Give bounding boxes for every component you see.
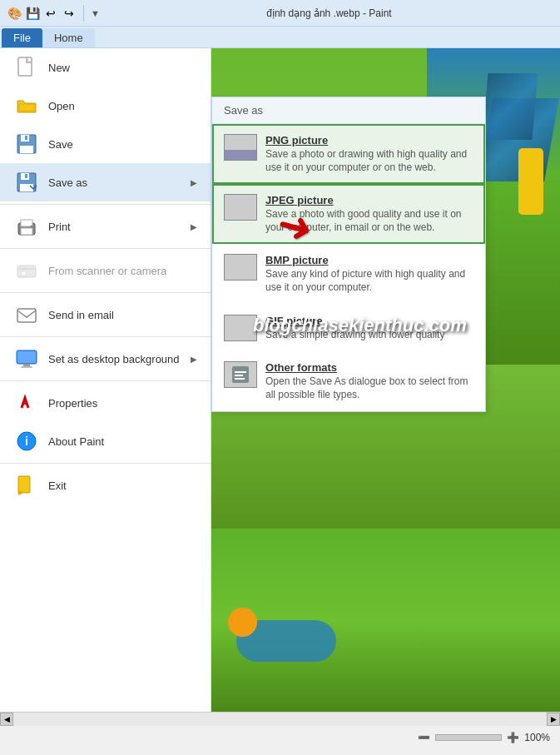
menu-item-about[interactable]: i About Paint <box>0 422 211 460</box>
undo-icon[interactable]: ↩ <box>43 6 58 21</box>
print-icon <box>13 213 40 240</box>
main-area: New Open Save <box>0 48 560 712</box>
about-label: About Paint <box>48 435 197 448</box>
menu-item-save[interactable]: Save <box>0 125 211 163</box>
about-icon: i <box>13 428 40 454</box>
menu-divider-4 <box>0 336 211 337</box>
svg-rect-28 <box>235 375 243 376</box>
person-head <box>228 608 257 637</box>
email-icon <box>13 301 40 328</box>
png-icon <box>224 134 257 161</box>
other-icon <box>224 361 257 388</box>
jpeg-icon <box>224 194 257 221</box>
menu-divider-1 <box>0 204 211 205</box>
ribbon-tabs: File Home <box>0 27 560 48</box>
svg-rect-21 <box>17 351 36 363</box>
saveas-panel: Save as PNG picture Save a photo or draw… <box>211 97 486 412</box>
other-info: Other formats Open the Save As dialogue … <box>265 361 473 401</box>
solar-panel-2 <box>483 73 538 140</box>
redo-icon[interactable]: ↪ <box>62 6 77 21</box>
menu-item-saveas[interactable]: Save as ▶ <box>0 163 211 201</box>
scroll-track[interactable] <box>13 713 547 726</box>
menu-item-open[interactable]: Open <box>0 87 211 125</box>
bmp-name: BMP picture <box>265 254 473 266</box>
svg-rect-15 <box>19 268 34 270</box>
exit-label: Exit <box>48 479 197 492</box>
menu-divider-3 <box>0 292 211 293</box>
gif-icon <box>224 315 257 341</box>
new-icon <box>13 54 40 81</box>
print-label: Print <box>48 221 191 233</box>
menu-item-properties[interactable]: Properties <box>0 384 211 422</box>
photo-bottom <box>211 529 560 712</box>
menu-item-email[interactable]: Send in email <box>0 296 211 334</box>
tab-file[interactable]: File <box>2 28 42 47</box>
menu-divider-6 <box>0 463 211 464</box>
desktop-label: Set as desktop background <box>48 353 191 365</box>
scanner-label: From scanner or camera <box>48 265 197 277</box>
zoom-slider[interactable] <box>435 734 502 741</box>
new-label: New <box>48 62 197 74</box>
saveas-arrow: ▶ <box>191 178 197 187</box>
svg-rect-20 <box>21 366 32 368</box>
saveas-item-bmp[interactable]: BMP picture Save any kind of picture wit… <box>212 244 485 304</box>
zoom-out-btn[interactable]: ➖ <box>418 732 430 743</box>
bmp-icon <box>224 254 257 281</box>
svg-rect-19 <box>23 364 30 366</box>
email-label: Send in email <box>48 309 197 321</box>
scroll-left-btn[interactable]: ◀ <box>0 713 13 726</box>
titlebar-icons: 🎨 💾 ↩ ↪ ▼ <box>7 5 100 22</box>
person-jacket <box>518 148 543 215</box>
svg-rect-9 <box>25 174 27 178</box>
dropdown-arrow[interactable]: ▼ <box>91 8 100 18</box>
titlebar-title: định dạng ảnh .webp - Paint <box>105 7 553 19</box>
tab-home[interactable]: Home <box>42 28 95 47</box>
saveas-item-jpeg[interactable]: JPEG picture Save a photo with good qual… <box>212 184 485 244</box>
open-label: Open <box>48 100 197 112</box>
svg-point-13 <box>31 226 33 228</box>
scroll-right-btn[interactable]: ▶ <box>547 713 560 726</box>
print-arrow: ▶ <box>191 222 197 231</box>
saveas-icon <box>13 169 40 196</box>
file-menu: New Open Save <box>0 48 211 712</box>
open-icon <box>13 92 40 119</box>
menu-divider-2 <box>0 248 211 249</box>
saveas-label: Save as <box>48 176 191 189</box>
menu-item-print[interactable]: Print ▶ <box>0 207 211 246</box>
saveas-item-other[interactable]: Other formats Open the Save As dialogue … <box>212 351 485 411</box>
saveas-header: Save as <box>212 97 485 124</box>
paint-icon: 🎨 <box>7 6 22 21</box>
svg-rect-27 <box>235 371 246 373</box>
exit-icon <box>13 472 40 499</box>
other-desc: Open the Save As dialogue box to select … <box>265 375 473 401</box>
png-info: PNG picture Save a photo or drawing with… <box>265 134 473 174</box>
save-icon[interactable]: 💾 <box>25 6 40 21</box>
titlebar-separator <box>83 5 84 22</box>
desktop-arrow: ▶ <box>191 355 197 364</box>
menu-item-scanner: From scanner or camera <box>0 251 211 290</box>
watermark: blogchiasekienthuc.com <box>253 315 467 336</box>
other-name: Other formats <box>265 361 473 374</box>
svg-rect-5 <box>25 136 27 140</box>
properties-icon <box>13 390 40 416</box>
svg-rect-12 <box>21 228 32 235</box>
zoom-in-btn[interactable]: ➕ <box>507 732 519 743</box>
svg-rect-16 <box>22 271 26 276</box>
svg-text:i: i <box>25 435 28 448</box>
statusbar: ➖ ➕ 100% <box>0 725 560 748</box>
titlebar: 🎨 💾 ↩ ↪ ▼ định dạng ảnh .webp - Paint <box>0 0 560 27</box>
svg-rect-29 <box>235 378 245 380</box>
saveas-item-png[interactable]: PNG picture Save a photo or drawing with… <box>212 124 485 184</box>
menu-item-new[interactable]: New <box>0 48 211 87</box>
svg-rect-17 <box>17 309 36 322</box>
svg-rect-0 <box>18 57 32 76</box>
scrollbar-horizontal[interactable]: ◀ ▶ <box>0 712 560 725</box>
save-label: Save <box>48 138 197 151</box>
menu-item-desktop[interactable]: Set as desktop background ▶ <box>0 340 211 378</box>
properties-label: Properties <box>48 397 197 410</box>
scanner-icon <box>13 257 40 284</box>
statusbar-zoom: ➖ ➕ 100% <box>418 732 550 743</box>
menu-item-exit[interactable]: Exit <box>0 466 211 504</box>
png-desc: Save a photo or drawing with high qualit… <box>265 148 473 174</box>
bmp-desc: Save any kind of picture with high quali… <box>265 268 473 294</box>
